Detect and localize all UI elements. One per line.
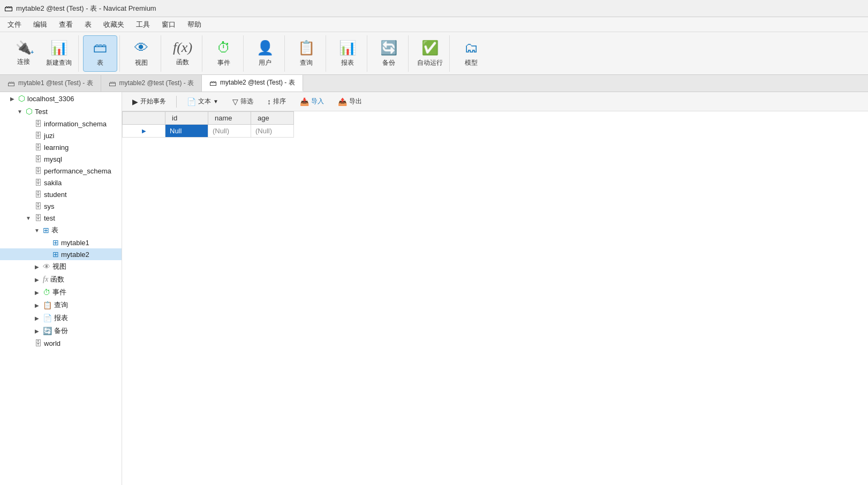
test-folder-arrow: ▼	[16, 109, 24, 115]
toolbar-group-table: 🗃 表	[81, 35, 120, 72]
performance-schema-label: performance_schema	[44, 167, 111, 175]
cell-age[interactable]: (Null)	[251, 125, 294, 138]
table-row[interactable]: ▶ Null (Null) (Null)	[123, 125, 294, 138]
sidebar-item-mytable2[interactable]: ⊞ mytable2	[0, 248, 122, 260]
toolbar-group-model: 🗂 模型	[452, 35, 490, 72]
connect-button[interactable]: 🔌 + 连接	[6, 35, 41, 72]
menu-tools[interactable]: 工具	[131, 18, 155, 31]
sidebar-item-backup[interactable]: ▶ 🔄 备份	[0, 324, 122, 337]
tab-mytable2-2[interactable]: 🗃 mytable2 @test (Test) - 表	[202, 75, 303, 92]
tab-bar: 🗃 mytable1 @test (Test) - 表 🗃 mytable2 @…	[0, 75, 868, 92]
backup-sidebar-icon: 🔄	[43, 327, 52, 335]
menu-edit[interactable]: 编辑	[28, 18, 52, 31]
sidebar-item-reports[interactable]: ▶ 📄 报表	[0, 312, 122, 324]
sidebar-item-information-schema[interactable]: 🗄 information_schema	[0, 118, 122, 130]
sort-label: 排序	[273, 97, 286, 106]
begin-transaction-button[interactable]: ▶ 开始事务	[126, 94, 172, 109]
sidebar-item-test-folder[interactable]: ▼ ⬡ Test	[0, 105, 122, 118]
sort-icon: ↕	[267, 97, 271, 106]
tab-mytable1[interactable]: 🗃 mytable1 @test (Test) - 表	[0, 75, 101, 92]
information-schema-label: information_schema	[44, 120, 107, 128]
mysql-label: mysql	[44, 155, 62, 163]
sidebar-item-performance-schema[interactable]: 🗄 performance_schema	[0, 165, 122, 177]
autorun-button[interactable]: ✅ 自动运行	[413, 35, 447, 72]
sidebar-item-tables[interactable]: ▼ ⊞ 表	[0, 224, 122, 237]
import-button[interactable]: 📥 导入	[294, 94, 330, 109]
tab-mytable2-1[interactable]: 🗃 mytable2 @test (Test) - 表	[101, 75, 202, 92]
mytable1-icon: ⊞	[52, 238, 59, 247]
tab1-icon: 🗃	[7, 79, 15, 88]
cell-id[interactable]: Null	[165, 125, 208, 138]
sidebar-item-localhost[interactable]: ▶ ⬡ localhost_3306	[0, 92, 122, 105]
function-label: 函数	[176, 58, 189, 67]
db-icon-sakila: 🗄	[34, 178, 42, 187]
report-button[interactable]: 📊 报表	[330, 35, 365, 72]
queries-label: 查询	[54, 300, 68, 310]
db-icon-juzi: 🗄	[34, 131, 42, 140]
sidebar-item-student[interactable]: 🗄 student	[0, 188, 122, 200]
sort-button[interactable]: ↕ 排序	[261, 94, 292, 109]
sidebar-item-juzi[interactable]: 🗄 juzi	[0, 130, 122, 141]
table: id name age ▶ Null (Null) (Null)	[122, 111, 294, 138]
menu-favorites[interactable]: 收藏夹	[98, 18, 130, 31]
db-icon-learning: 🗄	[34, 143, 42, 151]
col-header-age[interactable]: age	[251, 112, 294, 125]
menu-table[interactable]: 表	[79, 18, 97, 31]
table-label: 表	[97, 58, 103, 67]
col-header-id[interactable]: id	[165, 112, 208, 125]
juzi-label: juzi	[44, 132, 55, 140]
connect-label: 连接	[17, 57, 30, 66]
data-table: id name age ▶ Null (Null) (Null)	[122, 111, 868, 485]
tables-group-icon: ⊞	[43, 226, 49, 234]
views-icon: 👁	[43, 262, 50, 271]
sidebar-item-mytable1[interactable]: ⊞ mytable1	[0, 237, 122, 248]
text-button[interactable]: 📄 文本 ▼	[181, 94, 224, 109]
user-label: 用户	[259, 58, 271, 67]
menu-window[interactable]: 窗口	[156, 18, 181, 31]
menu-help[interactable]: 帮助	[182, 18, 207, 31]
functions-icon: fx	[43, 275, 48, 284]
content-area: ▶ 开始事务 📄 文本 ▼ ▽ 筛选 ↕ 排序 📥 导入 📤	[122, 92, 868, 485]
filter-button[interactable]: ▽ 筛选	[227, 94, 259, 109]
sidebar-item-mysql[interactable]: 🗄 mysql	[0, 153, 122, 165]
event-button[interactable]: ⏱ 事件	[207, 35, 241, 72]
toolbar-group-event: ⏱ 事件	[205, 35, 244, 72]
divider1	[176, 96, 177, 108]
user-button[interactable]: 👤 用户	[248, 35, 282, 72]
sidebar-item-views[interactable]: ▶ 👁 视图	[0, 260, 122, 273]
db-icon-information-schema: 🗄	[34, 119, 42, 128]
begin-transaction-label: 开始事务	[140, 97, 166, 106]
sidebar-item-test-db[interactable]: ▼ 🗄 test	[0, 212, 122, 224]
sidebar-item-world[interactable]: 🗄 world	[0, 337, 122, 349]
new-query-button[interactable]: 📊 新建查询	[42, 35, 76, 72]
view-button[interactable]: 👁 视图	[124, 35, 158, 72]
sidebar-item-queries[interactable]: ▶ 📋 查询	[0, 299, 122, 312]
db-icon-world: 🗄	[34, 339, 42, 347]
menu-view[interactable]: 查看	[54, 18, 78, 31]
menu-file[interactable]: 文件	[2, 18, 27, 31]
col-header-name[interactable]: name	[208, 112, 251, 125]
db-icon-student: 🗄	[34, 190, 42, 199]
function-button[interactable]: f(x) 函数	[165, 35, 200, 72]
sidebar-item-learning[interactable]: 🗄 learning	[0, 141, 122, 153]
table-button[interactable]: 🗃 表	[83, 35, 117, 72]
sub-toolbar: ▶ 开始事务 📄 文本 ▼ ▽ 筛选 ↕ 排序 📥 导入 📤	[122, 92, 868, 111]
events-label: 事件	[52, 287, 66, 297]
sidebar-item-sys[interactable]: 🗄 sys	[0, 200, 122, 212]
export-button[interactable]: 📤 导出	[332, 94, 368, 109]
sakila-label: sakila	[44, 179, 62, 187]
query-label: 查询	[300, 58, 313, 67]
sys-label: sys	[44, 202, 55, 210]
world-label: world	[44, 339, 61, 347]
query-button[interactable]: 📋 查询	[289, 35, 323, 72]
views-label: 视图	[52, 262, 66, 271]
mytable1-label: mytable1	[61, 239, 89, 247]
sidebar-item-sakila[interactable]: 🗄 sakila	[0, 177, 122, 188]
sidebar-item-events[interactable]: ▶ ⏱ 事件	[0, 286, 122, 299]
sidebar-item-functions[interactable]: ▶ fx 函数	[0, 273, 122, 286]
model-button[interactable]: 🗂 模型	[454, 35, 488, 72]
backup-button[interactable]: 🔄 备份	[372, 35, 406, 72]
new-query-label: 新建查询	[46, 58, 72, 67]
cell-name[interactable]: (Null)	[208, 125, 251, 138]
sidebar: ▶ ⬡ localhost_3306 ▼ ⬡ Test 🗄 informatio…	[0, 92, 122, 485]
